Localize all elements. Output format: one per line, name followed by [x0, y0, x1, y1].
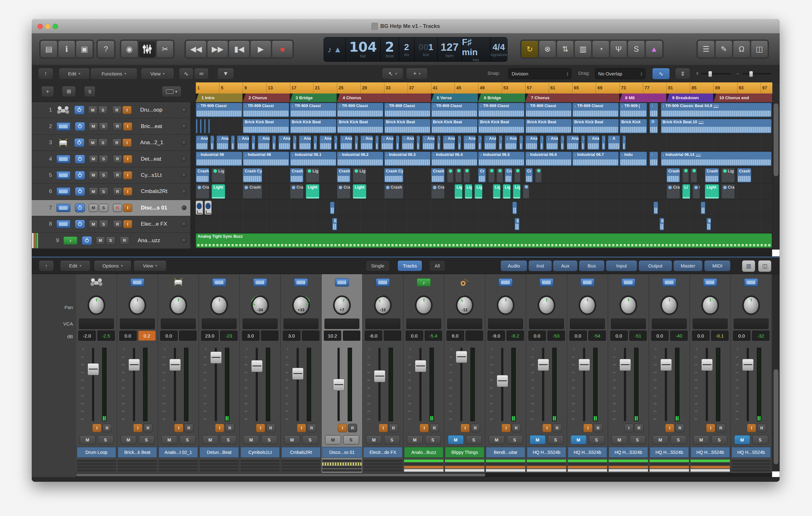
region[interactable]: ↕ — [540, 135, 543, 150]
channel-name[interactable]: Brick...k Beat — [118, 447, 157, 458]
input-monitor-button[interactable]: I — [665, 424, 674, 432]
mute-button[interactable]: M — [202, 435, 218, 444]
solo-button[interactable]: S — [99, 122, 108, 130]
track-name[interactable]: Det...eat — [137, 156, 182, 162]
autopunch-icon[interactable]: ⇅ — [557, 40, 574, 58]
region[interactable]: Crash — [384, 184, 404, 199]
track-header[interactable]: 3MSRIAna...2_1 — [32, 135, 190, 151]
solo-button[interactable]: S — [139, 435, 154, 444]
mute-button[interactable]: M — [96, 237, 105, 245]
pan-knob[interactable]: -15 — [372, 294, 394, 317]
channel-name[interactable]: Cmbals2Rt — [281, 447, 321, 458]
input-monitor-button[interactable]: I — [123, 122, 132, 130]
region[interactable]: ↕Ana — [505, 135, 517, 150]
region[interactable]: Brick Kick Beat — [337, 119, 383, 133]
track-gain-circle[interactable] — [182, 222, 186, 226]
region[interactable]: ↕ — [231, 135, 234, 150]
region[interactable]: ↕TR-909 Classi — [384, 103, 431, 117]
fader-handle[interactable] — [333, 379, 345, 391]
close-icon[interactable] — [37, 24, 43, 29]
input-monitor-button[interactable]: I — [583, 424, 592, 432]
region[interactable]: Brick Kick Beat — [384, 119, 431, 133]
volume-readout[interactable]: 23.0 — [201, 331, 219, 341]
mute-button[interactable]: M — [734, 435, 750, 444]
region[interactable]: ↕TR-909 Classic Beat 04.9∩∩ — [661, 103, 772, 117]
low-latency-icon[interactable]: ▥ — [574, 40, 591, 58]
solo-button[interactable]: S — [507, 435, 523, 444]
region[interactable]: ↕ — [437, 135, 441, 150]
fader-handle[interactable] — [292, 368, 303, 380]
region[interactable]: ↕Ana — [484, 135, 496, 150]
mixer-resize-corner[interactable] — [772, 471, 780, 478]
peak-readout[interactable] — [343, 331, 360, 341]
metronome-icon[interactable]: ▲ — [645, 40, 663, 58]
mixer-channel[interactable]: 0.0-516121824303642485460IRMSHQ H...S324… — [608, 274, 649, 473]
track-on-off-button[interactable] — [75, 220, 85, 229]
document-proxy-icon[interactable] — [371, 23, 378, 30]
record-enable-button[interactable]: R — [112, 106, 121, 114]
solo-button[interactable]: S — [221, 435, 236, 444]
region[interactable]: Light — [211, 184, 225, 199]
input-monitor-button[interactable]: I — [297, 424, 306, 432]
solo-button[interactable]: S — [670, 435, 687, 444]
region[interactable]: E — [660, 218, 664, 231]
solo-button[interactable]: S — [752, 435, 768, 444]
region[interactable]: Brick Kick Beat — [572, 119, 619, 133]
mixer-channel[interactable]: -343.06121824303642485460IRMSCymbols1Lt — [240, 274, 281, 473]
region[interactable]: Lig — [306, 168, 319, 183]
region[interactable] — [204, 119, 206, 133]
marker[interactable]: 1 Intro — [196, 93, 243, 102]
track-on-off-button[interactable] — [75, 122, 85, 131]
input-monitor-button[interactable]: I — [174, 424, 183, 432]
volume-readout[interactable]: 0.0 — [528, 331, 546, 341]
vca-slot[interactable] — [324, 318, 359, 329]
vca-slot[interactable] — [570, 318, 605, 329]
track-header[interactable]: 6MSRICmbals2Rt — [32, 184, 190, 200]
marker[interactable]: 8 M8 — [619, 93, 666, 102]
volume-readout[interactable]: -2.0 — [78, 331, 96, 341]
region[interactable]: ↕ — [272, 135, 276, 150]
peak-readout[interactable] — [261, 331, 279, 341]
region[interactable] — [682, 168, 689, 183]
vca-slot[interactable] — [366, 318, 400, 329]
region[interactable]: ↕TR-909 Classi — [525, 103, 572, 117]
peak-readout[interactable]: -23 — [220, 331, 238, 341]
peak-readout[interactable]: -8.2 — [506, 331, 524, 341]
input-monitor-button[interactable]: I — [215, 424, 224, 432]
fader-handle[interactable] — [660, 359, 672, 371]
track-gain-circle[interactable] — [182, 205, 186, 210]
region[interactable] — [330, 202, 335, 214]
peak-readout[interactable] — [179, 331, 197, 341]
region[interactable]: ↕Ana — [381, 135, 393, 150]
mixer-channel[interactable]: -126.06121824303642485460IRMSBlippy Thin… — [444, 274, 485, 473]
peak-readout[interactable]: -0.1 — [711, 331, 729, 341]
mixer-edit-menu[interactable]: Edit▾ — [60, 260, 90, 271]
pan-knob[interactable] — [577, 294, 598, 317]
volume-readout[interactable]: 0.0 — [651, 331, 669, 341]
vca-slot[interactable] — [79, 318, 114, 329]
region[interactable]: ↕ — [355, 135, 358, 150]
marquee-tool[interactable]: +▾ — [406, 68, 428, 80]
region[interactable]: ↕TR-909 Classi — [290, 103, 337, 117]
volume-readout[interactable]: 0.0 — [160, 331, 178, 341]
track-name[interactable]: Elec...e FX — [137, 221, 182, 227]
region[interactable]: Brick Kick Beat — [243, 119, 289, 133]
lcd-signature[interactable]: 4/4 signature — [490, 37, 507, 61]
input-monitor-button[interactable]: I — [706, 424, 715, 432]
region[interactable] — [455, 168, 462, 183]
peak-readout[interactable] — [384, 331, 401, 341]
fader-track[interactable] — [296, 348, 299, 421]
region[interactable]: ↕ — [560, 135, 564, 150]
solo-button[interactable]: S — [99, 187, 108, 195]
region[interactable] — [649, 119, 658, 133]
hide-mixer-button[interactable]: ↑ — [39, 260, 54, 271]
input-monitor-button[interactable]: I — [123, 187, 132, 195]
fader-handle[interactable] — [251, 360, 263, 372]
track-lane[interactable]: ↕Ana↕↕Ana↕↕Ana↕↕Ana↕↕Ana↕↕Ana↕↕Ana↕↕Ana↕… — [196, 135, 772, 151]
vca-slot[interactable] — [611, 318, 646, 329]
record-enable-button[interactable]: R — [307, 424, 316, 432]
go-to-beginning-icon[interactable]: ▮◀ — [229, 40, 250, 58]
region[interactable]: Brick Kick Beat — [478, 119, 525, 133]
record-enable-button[interactable]: R — [143, 424, 152, 432]
channel-name[interactable]: Detun...Beat — [200, 447, 239, 458]
